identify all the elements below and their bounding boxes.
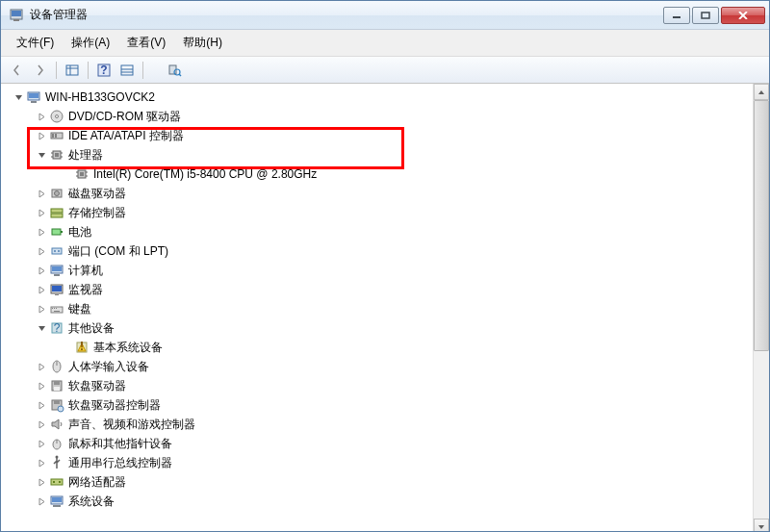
scroll-down-button[interactable] <box>754 519 769 532</box>
scroll-up-button[interactable] <box>754 84 769 100</box>
expand-icon[interactable] <box>36 111 47 122</box>
svg-rect-75 <box>52 497 62 502</box>
tree-item-cat-15[interactable]: 鼠标和其他指针设备 <box>1 434 753 453</box>
toolbar-separator <box>142 62 143 79</box>
tree-item-cat-6[interactable]: 端口 (COM 和 LPT) <box>1 241 753 261</box>
expand-icon[interactable] <box>36 457 47 469</box>
tree-item-label: 存储控制器 <box>68 205 126 221</box>
tree-item-cat-9[interactable]: 键盘 <box>1 299 753 318</box>
expand-icon[interactable] <box>36 418 47 430</box>
tree-item-cat-17[interactable]: 网络适配器 <box>1 472 753 492</box>
svg-rect-47 <box>54 274 60 276</box>
tree-item-cat-2-child-0[interactable]: Intel(R) Core(TM) i5-8400 CPU @ 2.80GHz <box>1 165 753 184</box>
monitor-icon <box>49 282 64 297</box>
computer_root-icon <box>26 89 41 105</box>
hid-icon <box>49 359 64 374</box>
svg-rect-10 <box>121 65 133 75</box>
svg-rect-39 <box>51 214 63 217</box>
titlebar: 设备管理器 <box>1 1 769 30</box>
menu-help[interactable]: 帮助(H) <box>175 32 230 54</box>
tree-item-label: 端口 (COM 和 LPT) <box>68 243 168 260</box>
tree-item-cat-2[interactable]: 处理器 <box>1 145 753 165</box>
expand-icon[interactable] <box>36 188 47 199</box>
menu-view[interactable]: 查看(V) <box>119 32 173 54</box>
window-controls <box>663 7 765 24</box>
expand-icon[interactable] <box>36 380 47 392</box>
tree-item-cat-5[interactable]: 电池 <box>1 222 753 241</box>
tree-item-root[interactable]: WIN-HB133GOVCK2 <box>1 88 753 107</box>
computer-icon <box>49 263 64 278</box>
tree-item-cat-7[interactable]: 计算机 <box>1 261 753 280</box>
maximize-button[interactable] <box>692 7 719 24</box>
expand-icon[interactable] <box>36 265 47 276</box>
vertical-scrollbar[interactable] <box>753 84 769 532</box>
svg-rect-52 <box>52 308 53 309</box>
properties-button[interactable] <box>116 60 138 81</box>
help-button[interactable]: ? <box>93 60 115 81</box>
tree-item-cat-10[interactable]: ? 其他设备 <box>1 318 753 338</box>
svg-rect-76 <box>53 505 61 507</box>
sound-icon <box>49 417 64 432</box>
expand-icon[interactable] <box>36 303 47 315</box>
tree-item-cat-14[interactable]: 声音、视频和游戏控制器 <box>1 415 753 434</box>
tree-item-cat-11[interactable]: 人体学输入设备 <box>1 357 753 376</box>
tree-item-cat-10-child-0[interactable]: ! 基本系统设备 <box>1 338 753 357</box>
tree-item-cat-4[interactable]: 存储控制器 <box>1 203 753 222</box>
collapse-icon[interactable] <box>36 149 47 161</box>
svg-text:?: ? <box>54 321 61 335</box>
expand-icon[interactable] <box>36 438 47 449</box>
keyboard-icon <box>49 301 64 317</box>
expand-icon[interactable] <box>36 226 47 238</box>
back-button[interactable] <box>7 60 28 81</box>
svg-rect-63 <box>54 381 60 385</box>
tree-item-label: 键盘 <box>68 301 91 317</box>
tree-item-label: 基本系统设备 <box>93 340 163 356</box>
expand-icon[interactable] <box>36 361 47 372</box>
expand-icon[interactable] <box>36 207 47 218</box>
scrollbar-thumb[interactable] <box>754 100 769 351</box>
expand-icon[interactable] <box>36 130 47 141</box>
port-icon <box>49 243 64 259</box>
svg-rect-49 <box>52 286 62 291</box>
tree-item-cat-8[interactable]: 监视器 <box>1 280 753 299</box>
toolbar: ? <box>1 57 769 84</box>
expand-icon[interactable] <box>36 495 47 507</box>
menu-action[interactable]: 操作(A) <box>64 32 117 54</box>
collapse-icon[interactable] <box>36 322 47 334</box>
tree-item-label: 通用串行总线控制器 <box>68 455 172 471</box>
svg-line-15 <box>179 74 181 76</box>
collapse-icon[interactable] <box>13 91 24 103</box>
warn-icon: ! <box>74 340 90 355</box>
tree-item-cat-1[interactable]: IDE ATA/ATAPI 控制器 <box>1 126 753 145</box>
tree-item-label: WIN-HB133GOVCK2 <box>45 90 155 104</box>
expand-icon[interactable] <box>36 399 47 411</box>
minimize-button[interactable] <box>663 7 690 24</box>
tree-item-cat-13[interactable]: 软盘驱动器控制器 <box>1 395 753 415</box>
system-icon <box>49 494 64 509</box>
view-button[interactable] <box>62 60 83 81</box>
window-title: 设备管理器 <box>30 7 663 23</box>
expand-icon[interactable] <box>36 245 47 257</box>
tree-item-label: 网络适配器 <box>68 474 126 491</box>
svg-rect-22 <box>52 134 54 138</box>
menu-file[interactable]: 文件(F) <box>9 32 62 54</box>
svg-rect-46 <box>52 266 62 271</box>
scrollbar-track[interactable] <box>754 100 769 519</box>
disk-icon <box>49 186 64 201</box>
expand-icon[interactable] <box>36 284 47 295</box>
svg-rect-64 <box>54 387 60 391</box>
scan-button[interactable] <box>164 60 185 81</box>
close-button[interactable] <box>721 7 765 24</box>
tree-item-cat-16[interactable]: 通用串行总线控制器 <box>1 453 753 472</box>
tree-item-cat-0[interactable]: DVD/CD-ROM 驱动器 <box>1 107 753 126</box>
tree-item-label: 人体学输入设备 <box>68 359 149 375</box>
tree-item-cat-18[interactable]: 系统设备 <box>1 492 753 511</box>
tree-item-cat-3[interactable]: 磁盘驱动器 <box>1 184 753 203</box>
expand-icon[interactable] <box>36 476 47 488</box>
svg-rect-73 <box>59 481 61 483</box>
device-tree[interactable]: WIN-HB133GOVCK2 DVD/CD-ROM 驱动器 IDE ATA/A… <box>1 84 753 532</box>
tree-item-label: 电池 <box>68 224 91 241</box>
forward-button[interactable] <box>30 60 51 81</box>
tree-item-cat-12[interactable]: 软盘驱动器 <box>1 376 753 395</box>
tree-item-label: IDE ATA/ATAPI 控制器 <box>68 128 184 144</box>
